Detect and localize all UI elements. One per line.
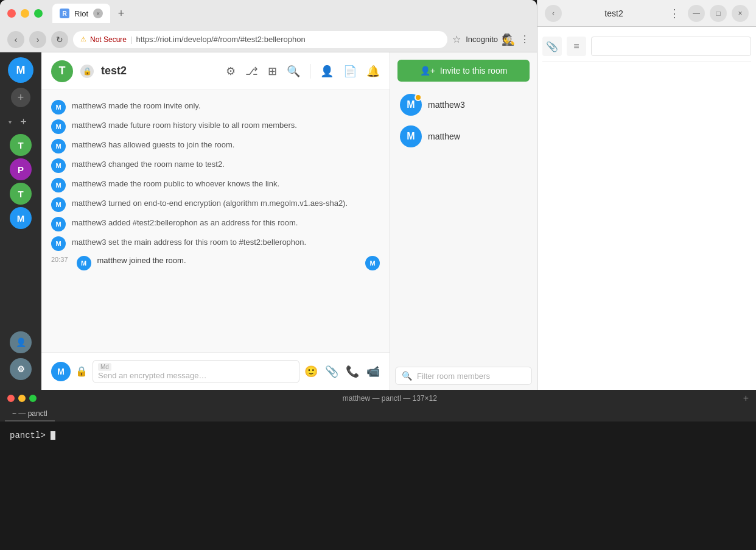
not-secure-text: Not Secure [90,35,127,44]
member-avatar-matthew3: M [400,94,422,116]
user-avatar-sm: M [51,197,66,212]
terminal: matthew — panctl — 137×12 + ~ — panctl p… [0,390,756,550]
second-format-button[interactable]: ≡ [567,37,586,56]
maximize-traffic-light[interactable] [34,9,43,18]
tab-bar: R Riot × + [52,0,530,27]
add-group-button[interactable]: + [14,112,33,132]
member-list: M matthew3 M matthew [390,89,537,362]
user-avatar-sm: M [51,236,66,251]
terminal-prompt: panctl> [10,429,746,442]
bookmark-icon[interactable]: ☆ [452,33,461,45]
terminal-minimize-light[interactable] [18,395,26,402]
emoji-icon[interactable]: 🙂 [304,365,318,378]
filter-placeholder: Filter room members [417,372,490,381]
system-message-text: matthew3 made the room public to whoever… [72,178,279,190]
share-icon[interactable]: ⎇ [245,65,258,78]
members-icon[interactable]: 👤 [320,65,334,78]
system-message-text: matthew3 has allowed guests to join the … [72,139,234,151]
app-content: M + ▾ + T P T M 👤 ⚙ T 🔒 [0,52,537,390]
back-button[interactable]: ‹ [7,31,24,48]
terminal-tab-bar: ~ — panctl [0,407,756,421]
member-item[interactable]: M matthew [395,121,532,152]
chat-area: T 🔒 test2 ⚙ ⎇ ⊞ 🔍 👤 📄 🔔 [41,52,390,390]
second-text-input[interactable] [591,37,751,56]
new-tab-button[interactable]: + [113,5,130,22]
second-window-title: test2 [567,9,661,18]
warning-icon: ⚠ [80,35,86,43]
sidebar-room-t2[interactable]: T [10,183,32,205]
sidebar-room-t1[interactable]: T [10,134,32,156]
system-message-text: matthew3 turned on end-to-end encryption… [72,197,348,210]
browser-tab-riot[interactable]: R Riot × [52,4,110,23]
second-back-button[interactable]: ‹ [545,5,562,22]
refresh-button[interactable]: ↻ [51,31,68,48]
browser-menu-button[interactable]: ⋮ [520,33,530,45]
user-avatar-sm: M [51,119,66,134]
minimize-traffic-light[interactable] [21,9,29,18]
browser-window-1: R Riot × + ‹ › ↻ ⚠ Not Secure | https://… [0,0,537,390]
address-bar-row: ‹ › ↻ ⚠ Not Secure | https://riot.im/dev… [0,27,537,52]
video-icon[interactable]: 📹 [366,365,380,378]
second-browser-window: ‹ test2 ⋮ — □ × 📎 ≡ [537,0,756,390]
right-panel: 👤+ Invite to this room M matthew3 M [390,52,537,390]
terminal-tab[interactable]: ~ — panctl [5,407,55,421]
terminal-maximize-light[interactable] [29,395,37,402]
invite-to-room-button[interactable]: 👤+ Invite to this room [397,60,530,82]
second-titlebar: ‹ test2 ⋮ — □ × [537,0,756,27]
member-item[interactable]: M matthew3 [395,89,532,121]
apps-icon[interactable]: ⊞ [268,65,277,78]
settings-gear-icon[interactable]: ⚙ [226,65,236,78]
system-message-text: matthew3 changed the room name to test2. [72,158,225,171]
close-traffic-light[interactable] [7,9,16,18]
chat-input-area: M 🔒 Md Send an encrypted message… 🙂 📎 📞 … [41,352,390,390]
message-time: 20:37 [51,256,68,263]
terminal-new-tab-button[interactable]: + [743,393,749,404]
system-message: M matthew3 made the room invite only. [51,100,380,115]
settings-icon[interactable]: ⚙ [10,358,32,380]
member-name-matthew: matthew [428,132,460,141]
terminal-titlebar: matthew — panctl — 137×12 + [0,390,756,407]
files-icon[interactable]: 📄 [343,65,357,78]
notifications-icon[interactable]: 🔔 [366,65,380,78]
user-avatar-sm: M [51,178,66,192]
system-message: M matthew3 changed the room name to test… [51,158,380,173]
second-minimize-button[interactable]: — [688,5,705,22]
url-text: https://riot.im/develop/#/room/#test2:be… [136,35,305,44]
user-avatar[interactable]: M [8,57,33,83]
second-close-button[interactable]: × [732,5,749,22]
terminal-cursor [51,431,55,440]
member-avatar-matthew: M [400,125,422,147]
second-menu-button[interactable]: ⋮ [666,5,683,22]
second-attach-button[interactable]: 📎 [542,37,562,56]
chat-input-user-avatar: M [51,362,71,381]
terminal-title: matthew — panctl — 137×12 [41,394,738,403]
search-icon[interactable]: 🔍 [287,65,300,78]
add-room-button[interactable]: + [11,88,30,107]
room-lock-badge: 🔒 [80,65,94,78]
chat-input-wrapper[interactable]: Md Send an encrypted message… [93,360,299,383]
filter-members-input[interactable]: 🔍 Filter room members [395,367,532,385]
terminal-traffic-lights [7,395,37,402]
tab-close-button[interactable]: × [93,9,103,18]
sidebar-room-m[interactable]: M [10,207,32,229]
sidebar-room-p[interactable]: P [10,158,32,180]
attachment-icon[interactable]: 📎 [325,365,338,378]
second-maximize-button[interactable]: □ [710,5,727,22]
tab-favicon: R [60,9,69,18]
terminal-content: panctl> [0,421,756,450]
message-text: matthew joined the room. [97,256,186,265]
input-actions: 🙂 📎 📞 📹 [304,365,380,378]
system-message-text: matthew3 made the room invite only. [72,100,200,112]
incognito-text: Incognito [466,35,498,44]
terminal-close-light[interactable] [7,395,15,402]
chevron-icon: ▾ [9,119,12,125]
call-icon[interactable]: 📞 [346,365,359,378]
user-avatar-sm: M [51,139,66,153]
markdown-badge: Md [98,363,111,371]
address-bar[interactable]: ⚠ Not Secure | https://riot.im/develop/#… [73,31,447,48]
forward-button[interactable]: › [29,31,46,48]
people-icon[interactable]: 👤 [10,331,32,353]
app-sidebar: M + ▾ + T P T M 👤 ⚙ [0,52,41,390]
sidebar-bottom: 👤 ⚙ [10,331,32,385]
system-message-text: matthew3 made future room history visibl… [72,119,297,132]
